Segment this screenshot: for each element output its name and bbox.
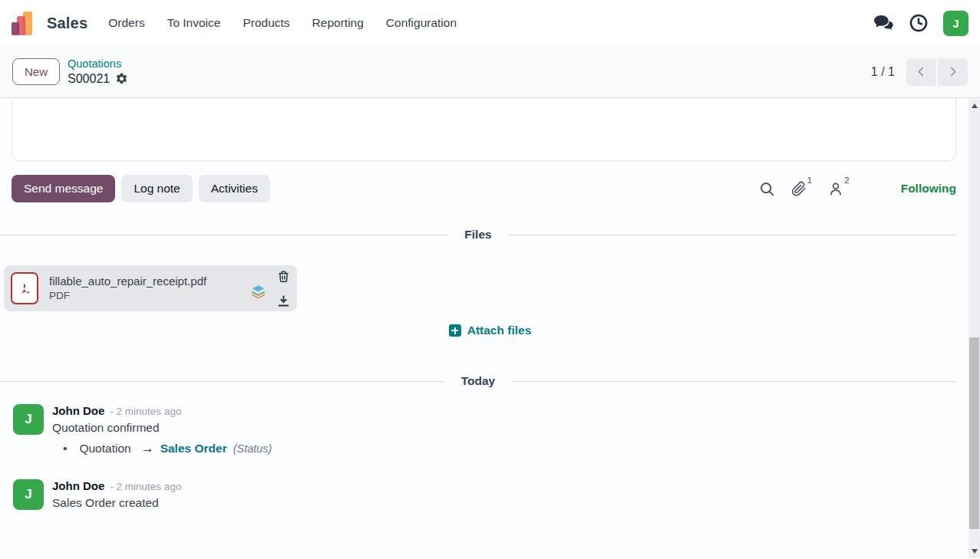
- control-panel: New Quotations S00021 1 / 1: [0, 46, 980, 98]
- today-divider: Today: [0, 374, 956, 388]
- attachments-counter-button[interactable]: 1: [791, 181, 812, 197]
- author-avatar[interactable]: J: [13, 404, 44, 435]
- preview-layers-icon[interactable]: [250, 284, 266, 300]
- new-button[interactable]: New: [12, 58, 60, 85]
- plus-square-icon: [449, 324, 461, 337]
- message-author[interactable]: John Doe: [52, 479, 104, 492]
- attachment-card[interactable]: fillable_auto_repair_receipt.pdf PDF: [4, 265, 297, 311]
- message-body: Sales Order created: [52, 496, 181, 510]
- breadcrumb: Quotations S00021: [68, 57, 128, 87]
- menu-reporting[interactable]: Reporting: [312, 16, 364, 30]
- attachment-filename: fillable_auto_repair_receipt.pdf: [49, 274, 250, 289]
- following-toggle[interactable]: Following: [901, 182, 956, 196]
- attachment-count: 1: [807, 176, 812, 185]
- message-timestamp: - 2 minutes ago: [110, 481, 181, 492]
- files-section-divider: Files: [0, 228, 956, 242]
- pager-next-button[interactable]: [938, 58, 968, 86]
- attachment-filetype: PDF: [49, 289, 250, 303]
- main-menu: Orders To Invoice Products Reporting Con…: [108, 16, 457, 30]
- log-note-button[interactable]: Log note: [121, 175, 192, 202]
- pager-counter: 1 / 1: [871, 65, 895, 79]
- chatter-area: Send message Log note Activities 1 2 Fol…: [0, 98, 980, 558]
- message-body: Quotation confirmed: [52, 421, 272, 435]
- search-messages-icon[interactable]: [759, 181, 775, 197]
- timeline-message: J John Doe - 2 minutes ago Quotation con…: [13, 404, 980, 456]
- person-icon: [828, 181, 843, 197]
- arrow-right-icon: →: [141, 441, 154, 456]
- message-author[interactable]: John Doe: [52, 404, 104, 417]
- activities-button[interactable]: Activities: [199, 175, 270, 202]
- attach-files-button[interactable]: Attach files: [449, 324, 532, 337]
- activities-clock-icon[interactable]: [909, 13, 929, 33]
- tracking-new-value[interactable]: Sales Order: [160, 442, 227, 455]
- today-divider-label: Today: [461, 374, 496, 388]
- menu-to-invoice[interactable]: To Invoice: [167, 16, 221, 30]
- user-avatar[interactable]: J: [943, 11, 968, 36]
- menu-products[interactable]: Products: [243, 16, 289, 30]
- messages-icon[interactable]: [873, 15, 894, 32]
- delete-attachment-icon[interactable]: [277, 269, 290, 284]
- follower-count: 2: [844, 176, 849, 185]
- pager-previous-button[interactable]: [906, 58, 936, 86]
- top-nav: Sales Orders To Invoice Products Reporti…: [0, 0, 980, 46]
- vertical-scrollbar[interactable]: [968, 99, 980, 558]
- scroll-up-arrow[interactable]: [968, 100, 980, 111]
- odoo-logo-icon[interactable]: [12, 8, 37, 38]
- tracking-old-value: Quotation: [79, 442, 130, 455]
- pdf-file-icon: [11, 272, 38, 304]
- breadcrumb-current-record: S00021: [68, 71, 110, 87]
- send-message-button[interactable]: Send message: [12, 175, 115, 202]
- scroll-down-arrow[interactable]: [968, 546, 980, 557]
- app-name[interactable]: Sales: [47, 15, 87, 32]
- paperclip-icon: [791, 181, 807, 197]
- menu-configuration[interactable]: Configuration: [386, 16, 457, 30]
- message-timestamp: - 2 minutes ago: [110, 406, 181, 417]
- breadcrumb-quotations-link[interactable]: Quotations: [68, 57, 128, 71]
- followers-counter-button[interactable]: 2: [828, 181, 849, 197]
- download-attachment-icon[interactable]: [277, 294, 290, 307]
- files-section-title: Files: [464, 228, 491, 242]
- author-avatar[interactable]: J: [13, 479, 44, 510]
- composer-input[interactable]: [12, 98, 956, 161]
- pager: 1 / 1: [871, 58, 968, 86]
- scrollbar-thumb[interactable]: [969, 337, 979, 529]
- tracking-field-name: (Status): [233, 442, 272, 455]
- menu-orders[interactable]: Orders: [108, 16, 144, 30]
- timeline-message: J John Doe - 2 minutes ago Sales Order c…: [13, 479, 980, 510]
- bullet: •: [63, 442, 67, 455]
- gear-icon[interactable]: [115, 72, 128, 85]
- tracking-value-line: • Quotation → Sales Order (Status): [63, 441, 272, 456]
